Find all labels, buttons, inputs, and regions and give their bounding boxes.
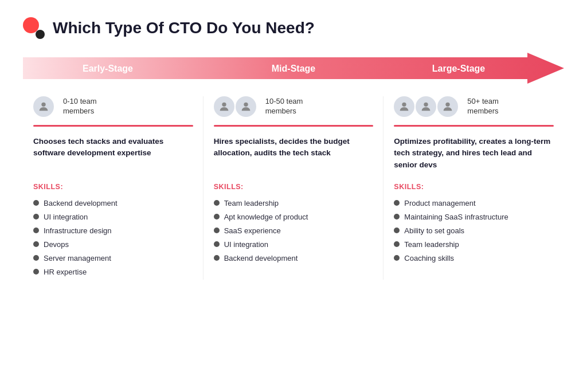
skill-item: Apt knowledge of product xyxy=(214,210,374,224)
avatar-group-mid xyxy=(214,96,257,117)
skill-item: HR expertise xyxy=(33,265,193,279)
team-count-mid: 10-50 teammembers xyxy=(265,97,303,116)
avatar-1 xyxy=(33,96,54,117)
divider-early xyxy=(33,125,193,127)
svg-point-8 xyxy=(424,103,428,107)
skills-list-large: Product management Maintaining SaaS infr… xyxy=(394,197,554,266)
logo-circle-small xyxy=(36,30,45,39)
skills-label-mid: SKILLS: xyxy=(214,183,374,191)
description-mid: Hires specialists, decides the budget al… xyxy=(214,136,374,173)
bullet xyxy=(33,200,39,206)
columns-container: 0-10 teammembers Chooses tech stacks and… xyxy=(23,96,564,280)
description-early: Chooses tech stacks and evaluates softwa… xyxy=(33,136,193,173)
team-members-row-early: 0-10 teammembers xyxy=(33,96,193,117)
svg-point-5 xyxy=(222,103,226,107)
bullet xyxy=(214,200,220,206)
arrow-banner: Early-Stage Mid-Stage Large-Stage xyxy=(23,53,564,84)
skills-label-early: SKILLS: xyxy=(33,183,193,191)
bullet xyxy=(214,214,220,219)
early-stage-column: 0-10 teammembers Chooses tech stacks and… xyxy=(23,96,204,280)
avatar-2 xyxy=(416,96,436,117)
svg-point-6 xyxy=(244,103,248,107)
page-title: Which Type Of CTO Do You Need? xyxy=(53,19,315,37)
bullet xyxy=(214,241,220,247)
description-large: Optimizes profitability, creates a long-… xyxy=(394,136,554,173)
svg-point-4 xyxy=(41,103,45,107)
avatar-3 xyxy=(437,96,458,117)
bullet xyxy=(394,200,400,206)
avatar-2 xyxy=(236,96,256,117)
skill-item: UI integration xyxy=(214,238,374,252)
skill-item: Infrastructure design xyxy=(33,224,193,238)
divider-mid xyxy=(214,125,374,127)
skill-item: SaaS experience xyxy=(214,224,374,238)
skills-label-large: SKILLS: xyxy=(394,183,554,191)
skill-item: Maintaining SaaS infrastructure xyxy=(394,210,554,224)
svg-text:Early-Stage: Early-Stage xyxy=(83,64,133,73)
svg-text:Large-Stage: Large-Stage xyxy=(432,64,486,73)
divider-large xyxy=(394,125,554,127)
bullet xyxy=(33,241,39,247)
page-header: Which Type Of CTO Do You Need? xyxy=(23,17,564,39)
skill-item: Backend development xyxy=(214,252,374,265)
svg-text:Mid-Stage: Mid-Stage xyxy=(272,64,316,73)
skills-list-mid: Team leadership Apt knowledge of product… xyxy=(214,197,374,266)
large-stage-column: 50+ teammembers Optimizes profitability,… xyxy=(383,96,564,280)
avatar-group-early xyxy=(33,96,55,117)
svg-point-7 xyxy=(402,103,406,107)
avatar-group-large xyxy=(394,96,459,117)
logo-icon xyxy=(23,17,45,39)
bullet xyxy=(33,228,39,233)
avatar-1 xyxy=(394,96,414,117)
mid-stage-column: 10-50 teammembers Hires specialists, dec… xyxy=(204,96,384,280)
bullet xyxy=(394,228,400,233)
bullet xyxy=(33,214,39,219)
bullet xyxy=(394,214,400,219)
bullet xyxy=(214,255,220,261)
svg-point-9 xyxy=(446,103,450,107)
team-count-large: 50+ teammembers xyxy=(467,97,499,116)
bullet xyxy=(394,255,400,261)
skill-item: Team leadership xyxy=(394,238,554,252)
bullet xyxy=(33,255,39,261)
bullet xyxy=(394,241,400,247)
team-count-early: 0-10 teammembers xyxy=(63,97,97,116)
skill-item: Ability to set goals xyxy=(394,224,554,238)
skill-item: Product management xyxy=(394,197,554,210)
team-members-row-large: 50+ teammembers xyxy=(394,96,554,117)
skill-item: Server management xyxy=(33,252,193,265)
team-members-row-mid: 10-50 teammembers xyxy=(214,96,374,117)
skill-item: Team leadership xyxy=(214,197,374,210)
bullet xyxy=(33,269,39,275)
bullet xyxy=(214,228,220,233)
skill-item: Devops xyxy=(33,238,193,252)
skill-item: Coaching skills xyxy=(394,252,554,265)
avatar-1 xyxy=(214,96,234,117)
skill-item: Backend development xyxy=(33,197,193,210)
skill-item: UI integration xyxy=(33,210,193,224)
skills-list-early: Backend development UI integration Infra… xyxy=(33,197,193,280)
